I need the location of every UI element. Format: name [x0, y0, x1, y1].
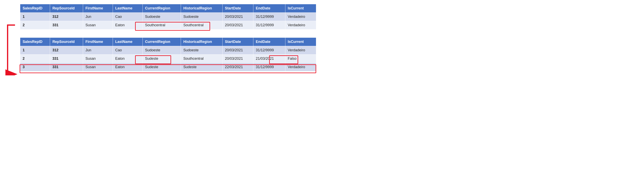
cell: 1 [20, 46, 50, 55]
col-header: HistoricalRegion [181, 38, 222, 46]
cell: Susan [83, 55, 113, 63]
cell: 2 [20, 55, 50, 63]
cell: Sudoeste [142, 13, 181, 21]
cell: Sudeste [142, 63, 181, 71]
cell: 20/03/2021 [222, 46, 253, 55]
cell: 31/12/9999 [253, 63, 286, 71]
cell: Susan [83, 63, 113, 71]
table-row: 1 312 Jun Cao Sudoeste Sudoeste 20/03/20… [20, 13, 316, 21]
change-arrow [4, 0, 22, 75]
col-header: LastName [113, 4, 142, 13]
table-header-row: SalesRepID RepSourceId FirstName LastNam… [20, 38, 316, 46]
col-header: StartDate [222, 38, 253, 46]
cell: 312 [50, 46, 83, 55]
cell: 22/03/2021 [222, 63, 253, 71]
cell: 1 [20, 13, 50, 21]
col-header: SalesRepID [20, 4, 50, 13]
cell: 31/12/9999 [253, 13, 286, 21]
col-header: CurrentRegion [142, 4, 181, 13]
col-header: IsCurrent [285, 4, 316, 13]
col-header: RepSourceId [50, 4, 83, 13]
cell: 331 [50, 63, 83, 71]
cell: Sudoeste [181, 13, 222, 21]
cell: Cao [113, 13, 142, 21]
cell: Southcentral [181, 55, 222, 63]
table-before-wrap: SalesRepID RepSourceId FirstName LastNam… [20, 4, 640, 30]
cell: 3 [20, 63, 50, 71]
cell: Verdadeiro [285, 13, 316, 21]
cell: Cao [113, 46, 142, 55]
cell: 31/12/9999 [253, 21, 286, 30]
cell: Sudoeste [142, 46, 181, 55]
cell: Falso [285, 55, 316, 63]
col-header: StartDate [222, 4, 253, 13]
cell: Southcentral [142, 21, 181, 30]
cell: Eaton [113, 63, 142, 71]
cell: 21/03/2021 [253, 55, 286, 63]
cell: Verdadeiro [285, 63, 316, 71]
col-header: SalesRepID [20, 38, 50, 46]
cell: Verdadeiro [285, 21, 316, 30]
col-header: FirstName [83, 4, 113, 13]
table-after-wrap: SalesRepID RepSourceId FirstName LastNam… [20, 38, 640, 71]
cell: 20/03/2021 [222, 21, 253, 30]
col-header: RepSourceId [50, 38, 83, 46]
col-header: HistoricalRegion [181, 4, 222, 13]
table-row: 3 331 Susan Eaton Sudeste Sudeste 22/03/… [20, 63, 316, 71]
cell: Jun [83, 13, 113, 21]
cell: Sudoeste [181, 46, 222, 55]
diagram-content: SalesRepID RepSourceId FirstName LastNam… [20, 4, 640, 71]
cell: 20/03/2021 [222, 55, 253, 63]
cell: 20/03/2021 [222, 13, 253, 21]
cell: 331 [50, 55, 83, 63]
cell: Susan [83, 21, 113, 30]
cell: Verdadeiro [285, 46, 316, 55]
table-after: SalesRepID RepSourceId FirstName LastNam… [20, 38, 316, 71]
col-header: FirstName [83, 38, 113, 46]
cell: 331 [50, 21, 83, 30]
cell: Sudeste [181, 63, 222, 71]
table-row: 2 331 Susan Eaton Southcentral Southcent… [20, 21, 316, 30]
table-row: 2 331 Susan Eaton Sudeste Southcentral 2… [20, 55, 316, 63]
col-header: EndDate [253, 38, 286, 46]
table-before: SalesRepID RepSourceId FirstName LastNam… [20, 4, 316, 30]
col-header: CurrentRegion [142, 38, 181, 46]
table-header-row: SalesRepID RepSourceId FirstName LastNam… [20, 4, 316, 13]
cell: 31/12/9999 [253, 46, 286, 55]
cell: 312 [50, 13, 83, 21]
col-header: EndDate [253, 4, 286, 13]
table-row: 1 312 Jun Cao Sudoeste Sudoeste 20/03/20… [20, 46, 316, 55]
cell: Sudeste [142, 55, 181, 63]
cell: Eaton [113, 21, 142, 30]
col-header: IsCurrent [285, 38, 316, 46]
cell: Southcentral [181, 21, 222, 30]
cell: 2 [20, 21, 50, 30]
col-header: LastName [113, 38, 142, 46]
cell: Jun [83, 46, 113, 55]
cell: Eaton [113, 55, 142, 63]
